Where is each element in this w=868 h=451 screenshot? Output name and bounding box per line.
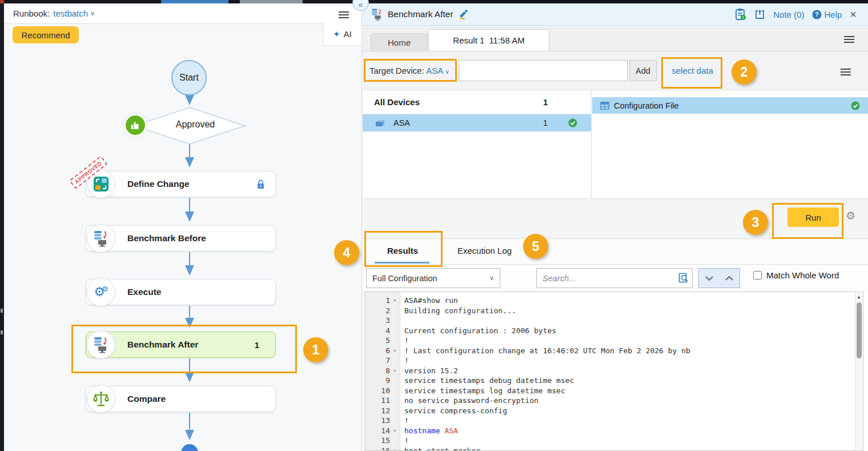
code-line: 14▾hostname ASA xyxy=(365,426,863,436)
gear-icon[interactable]: ⚙ xyxy=(846,209,855,222)
code-scrollbar[interactable]: ▲ xyxy=(855,293,862,450)
benchmark-icon xyxy=(371,7,383,21)
lock-icon xyxy=(256,179,265,189)
annotation-badge-2: 2 xyxy=(732,59,757,85)
code-line: 6▾! Last configuration change at 16:46:0… xyxy=(365,346,863,356)
flow-node-approved[interactable]: Approved xyxy=(155,119,235,130)
result-filter-row: Full Configuration ∨ Match Whole Word xyxy=(363,265,868,292)
configuration-code-viewer[interactable]: 1▾ASA#show run2Building configuration...… xyxy=(364,292,863,451)
match-whole-word-label: Match Whole Word xyxy=(766,270,839,280)
chevron-down-icon[interactable]: ∨ xyxy=(445,69,449,75)
approved-thumbs-up-icon xyxy=(123,113,148,138)
code-line: 7! xyxy=(365,356,863,366)
browser-edge-strip xyxy=(0,0,868,3)
add-device-button[interactable]: Add xyxy=(629,60,657,81)
code-lines: 1▾ASA#show run2Building configuration...… xyxy=(365,296,863,451)
panel-tab-bar: Home Result 1 11:58 AM xyxy=(363,26,868,51)
find-previous-button[interactable] xyxy=(719,268,740,288)
panel-title: Benchmark After xyxy=(388,9,453,19)
annotation-badge-5: 5 xyxy=(523,234,548,259)
check-circle-icon xyxy=(568,118,591,127)
run-bar: Run ⚙ xyxy=(363,199,868,239)
tab-execution-log[interactable]: Execution Log xyxy=(457,246,512,256)
search-in-document-icon[interactable] xyxy=(678,273,689,283)
device-add-input[interactable] xyxy=(459,60,628,81)
device-icon xyxy=(375,119,389,127)
help-question-icon[interactable]: ? xyxy=(812,10,822,19)
select-data-link[interactable]: select data xyxy=(662,66,723,75)
check-circle-icon xyxy=(851,101,860,110)
scrollbar-thumb[interactable] xyxy=(857,302,862,358)
svg-text:?: ? xyxy=(815,11,819,18)
device-table: All Devices 1 ASA 1 xyxy=(363,90,868,199)
code-line: 1▾ASA#show run xyxy=(365,296,863,306)
code-line: 12service compress-config xyxy=(365,406,863,416)
code-line: 15! xyxy=(365,436,863,446)
benchmark-icon xyxy=(87,224,115,253)
code-line: 10service timestamps log datetime msec xyxy=(365,386,863,396)
tab-menu-icon[interactable] xyxy=(844,34,854,45)
table-grid-icon xyxy=(600,102,609,110)
device-list: All Devices 1 ASA 1 xyxy=(363,90,592,198)
code-line: 13! xyxy=(365,416,863,426)
code-line: 4Current configuration : 2006 bytes xyxy=(365,326,863,336)
note-link[interactable]: Note (0) xyxy=(773,10,804,19)
help-link[interactable]: Help xyxy=(824,10,842,19)
edit-pencil-icon[interactable] xyxy=(458,9,468,19)
target-device-row: Target Device: ASA ∨ Add select data xyxy=(363,51,868,90)
app-window: Runbook: testbatch ∨ Recommend ✦ AI xyxy=(0,0,868,451)
panel-header: Benchmark After i Note (0) ? Help × xyxy=(363,3,868,26)
device-list-header: All Devices 1 xyxy=(363,90,591,114)
active-tab-underline xyxy=(375,262,429,264)
flow-node-start[interactable]: Start xyxy=(171,60,207,95)
tab-results[interactable]: Results xyxy=(376,246,429,256)
search-input[interactable] xyxy=(536,268,693,288)
find-next-button[interactable] xyxy=(698,268,720,288)
result-tab-bar: Results Execution Log xyxy=(363,239,868,265)
device-row-asa[interactable]: ASA 1 xyxy=(363,114,591,131)
compare-scale-icon xyxy=(87,385,115,413)
benchmark-icon xyxy=(87,330,115,359)
match-whole-word-checkbox[interactable] xyxy=(753,271,762,280)
result-type-dropdown[interactable]: Full Configuration ∨ xyxy=(366,268,500,288)
code-line: 9service timestamps debug datetime msec xyxy=(365,376,863,386)
runbook-panel: Runbook: testbatch ∨ Recommend ✦ AI xyxy=(4,3,362,451)
annotation-badge-3: 3 xyxy=(743,210,768,235)
target-row-menu-icon[interactable] xyxy=(841,67,851,77)
execute-gears-icon: ⚙ ⚙ xyxy=(87,278,115,306)
device-data-list: Configuration File xyxy=(592,90,868,198)
code-line: 11no service password-encryption xyxy=(365,396,863,406)
export-window-icon[interactable] xyxy=(754,9,765,20)
benchmark-after-panel: Benchmark After i Note (0) ? Help × xyxy=(363,3,868,451)
annotation-badge-4: 4 xyxy=(334,240,359,265)
tab-home[interactable]: Home xyxy=(371,33,428,51)
device-data-clipboard-icon[interactable]: i xyxy=(735,8,746,21)
code-line: 2Building configuration... xyxy=(365,306,863,316)
configuration-file-row[interactable]: Configuration File xyxy=(592,97,868,114)
chevron-down-icon: ∨ xyxy=(489,274,494,282)
node-result-count: 1 xyxy=(255,340,259,350)
target-device-label: Target Device: ASA ∨ xyxy=(369,66,449,75)
collapsed-side-strip xyxy=(0,3,4,451)
run-button[interactable]: Run xyxy=(787,207,839,227)
svg-text:i: i xyxy=(743,15,744,19)
code-line: 8▾version 15.2 xyxy=(365,366,863,376)
annotation-badge-1: 1 xyxy=(303,337,328,362)
tab-result-1[interactable]: Result 1 11:58 AM xyxy=(428,29,549,51)
target-device-value[interactable]: ASA xyxy=(426,66,443,75)
scroll-up-arrow[interactable]: ▲ xyxy=(855,293,862,300)
code-line: 5! xyxy=(365,336,863,346)
close-icon[interactable]: × xyxy=(850,9,857,20)
result-time: 11:58 AM xyxy=(489,35,524,45)
code-line: 16▾boot-start-marker xyxy=(365,446,863,451)
code-line: 3 xyxy=(365,316,863,326)
